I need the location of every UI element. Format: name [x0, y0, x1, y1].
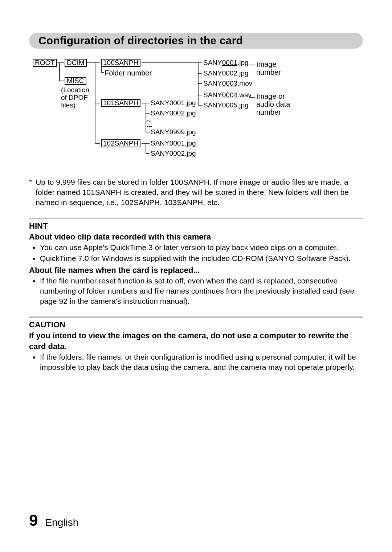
hint-list-1: You can use Apple's QuickTime 3 or later… [32, 242, 363, 263]
audio-number-l1: Image or [256, 92, 285, 100]
divider [29, 316, 363, 318]
file-ext: .wav [237, 91, 252, 99]
section-header: Configuration of directories in the card [29, 33, 363, 49]
file-100-3: SANY0003.mov [203, 79, 252, 87]
misc-note-l3: files) [61, 101, 75, 109]
hint-title: HINT [29, 221, 363, 231]
file-101-1: SANY0001.jpg [151, 99, 196, 107]
asterisk-note: * Up to 9,999 files can be stored in fol… [29, 177, 363, 208]
tree-node-101sanph: 101SANPH [101, 99, 140, 107]
caution-list: If the folders, file names, or their con… [32, 352, 363, 372]
tree-node-dcim: DCIM [65, 59, 87, 67]
file-number: 0004 [222, 91, 237, 99]
misc-note-l1: (Location [61, 86, 89, 94]
image-number-l2: number [256, 68, 281, 76]
page-language: English [45, 517, 78, 528]
file-100-4: SANY0004.wav [203, 91, 252, 99]
file-101-2: SANY0002.jpg [151, 109, 196, 117]
audio-number-l3: number [256, 108, 281, 116]
file-101-last: SANY9999.jpg [151, 128, 196, 136]
list-item: If the folders, file names, or their con… [40, 352, 363, 372]
page-number: 9 [29, 511, 38, 529]
hint-list-2: If the file number reset function is set… [32, 276, 363, 306]
list-item: If the file number reset function is set… [40, 276, 363, 306]
tree-node-misc: MISC [65, 77, 86, 85]
file-ext: .jpg [237, 59, 249, 66]
caution-title: CAUTION [29, 320, 363, 330]
file-ext: .mov [237, 79, 252, 87]
tree-node-root: ROOT [33, 59, 57, 67]
hint-sub2: About file names when the card is replac… [29, 265, 363, 276]
caution-sub: If you intend to view the images on the … [29, 330, 363, 352]
file-prefix: SANY [203, 79, 222, 87]
file-100-2: SANY0002.jpg [203, 69, 249, 77]
file-prefix: SANY [203, 59, 222, 66]
file-100-1: SANY0001.jpg [203, 59, 249, 67]
divider [29, 218, 363, 219]
file-102-1: SANY0001.jpg [151, 139, 196, 147]
list-item: QuickTime 7.0 for Windows is supplied wi… [40, 253, 363, 263]
page-footer: 9 English [29, 511, 78, 529]
file-prefix: SANY [203, 91, 222, 99]
manual-page: Configuration of directories in the card [0, 0, 392, 552]
tree-node-100sanph: 100SANPH [101, 59, 140, 67]
file-102-2: SANY0002.jpg [151, 150, 196, 158]
audio-number-l2: audio data [256, 100, 290, 108]
list-item: You can use Apple's QuickTime 3 or later… [40, 242, 363, 253]
file-100-5: SANY0005.jpg [203, 101, 249, 109]
tree-node-102sanph: 102SANPH [101, 139, 140, 147]
file-number: 0001 [222, 59, 237, 66]
directory-tree-diagram: ROOT DCIM MISC (Location of DPOF files) … [29, 59, 363, 168]
image-number-l1: Image [256, 60, 277, 68]
asterisk-text: Up to 9,999 files can be stored in folde… [36, 177, 363, 208]
hint-sub1: About video clip data recorded with this… [29, 232, 363, 242]
file-number: 0003 [222, 79, 237, 87]
misc-note-l2: of DPOF [61, 94, 88, 102]
folder-number-label: Folder number [105, 69, 152, 77]
asterisk-marker: * [29, 177, 32, 208]
